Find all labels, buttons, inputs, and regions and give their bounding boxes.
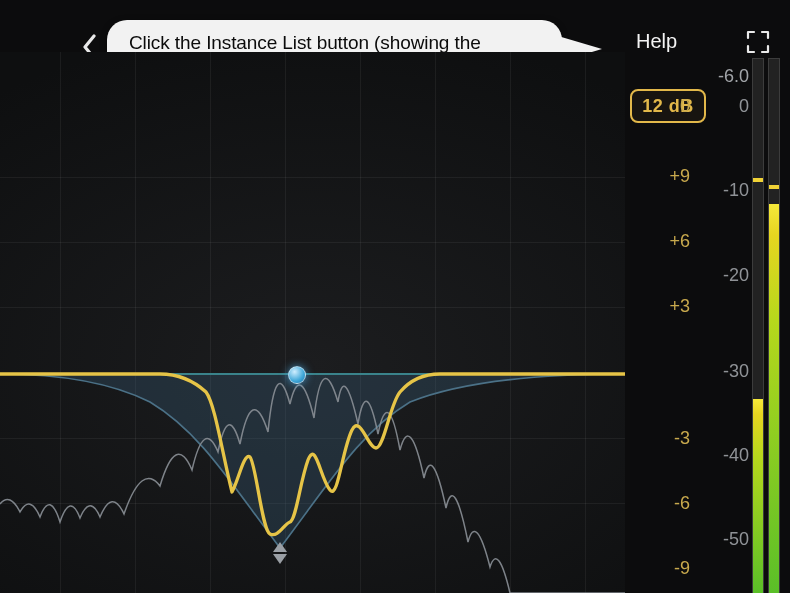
axis-meter-tick: -20 xyxy=(703,265,749,286)
axis-meter-tick: -6.0 xyxy=(703,66,749,87)
meter-peak-indicator xyxy=(753,178,763,182)
axis-meter-tick: 0 xyxy=(703,96,749,117)
band-shape xyxy=(0,374,625,548)
axis-gain-tick: -9 xyxy=(630,558,690,579)
axis-gain-tick: -6 xyxy=(630,493,690,514)
output-meter-left xyxy=(752,58,764,593)
right-column: 12 dB 0 +9 +6 +3 -3 -6 -9 -6.0 0 -10 -20… xyxy=(625,50,790,593)
axis-gain-tick: +9 xyxy=(630,166,690,187)
axis-meter-tick: -40 xyxy=(703,445,749,466)
band-handle[interactable] xyxy=(288,366,306,384)
meter-bar xyxy=(769,204,779,593)
axis-gain-tick: +3 xyxy=(630,296,690,317)
output-meter-right xyxy=(768,58,780,593)
axis-gain-tick: +6 xyxy=(630,231,690,252)
axis-gain-tick: 0 xyxy=(630,96,690,117)
band-marker-down-icon[interactable] xyxy=(273,554,287,564)
axis-gain-tick: -3 xyxy=(630,428,690,449)
axis-meter-tick: -10 xyxy=(703,180,749,201)
meter-peak-indicator xyxy=(769,185,779,189)
eq-curves xyxy=(0,52,625,593)
band-marker-up-icon[interactable] xyxy=(273,542,287,552)
meter-bar xyxy=(753,399,763,593)
eq-canvas[interactable] xyxy=(0,52,625,593)
axis-meter-tick: -30 xyxy=(703,361,749,382)
output-meters xyxy=(752,58,780,593)
axis-meter-tick: -50 xyxy=(703,529,749,550)
